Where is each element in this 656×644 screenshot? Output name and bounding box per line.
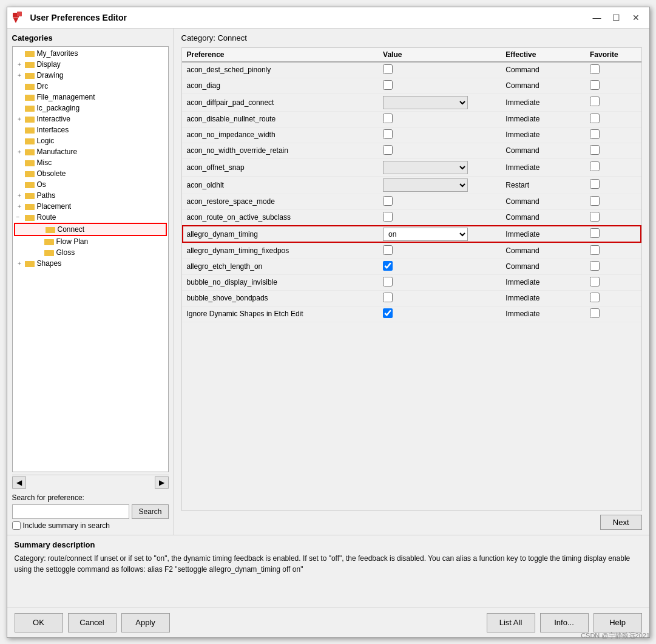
- pref-favorite[interactable]: [585, 127, 641, 143]
- pref-value[interactable]: [378, 209, 501, 225]
- pref-checkbox[interactable]: [383, 261, 393, 271]
- tree-item-ic-packaging[interactable]: Ic_packaging: [14, 103, 167, 114]
- ok-button[interactable]: OK: [15, 613, 63, 632]
- pref-checkbox[interactable]: [383, 196, 393, 206]
- pref-favorite[interactable]: [585, 274, 641, 290]
- pref-checkbox[interactable]: [383, 129, 393, 139]
- pref-dropdown[interactable]: [383, 161, 468, 174]
- favorite-checkbox[interactable]: [590, 64, 600, 74]
- favorite-checkbox[interactable]: [590, 80, 600, 90]
- cancel-button[interactable]: Cancel: [68, 613, 117, 632]
- pref-value[interactable]: [378, 194, 501, 209]
- tree-item-flow-plan[interactable]: Flow Plan: [14, 236, 167, 247]
- pref-favorite[interactable]: [585, 259, 641, 274]
- favorite-checkbox[interactable]: [590, 293, 600, 302]
- pref-value[interactable]: [378, 176, 501, 194]
- pref-checkbox[interactable]: [383, 293, 393, 302]
- tree-item-file-management[interactable]: File_management: [14, 92, 167, 103]
- pref-favorite[interactable]: [585, 158, 641, 176]
- pref-checkbox[interactable]: [383, 145, 393, 155]
- pref-favorite[interactable]: [585, 306, 641, 322]
- pref-value[interactable]: [378, 158, 501, 176]
- pref-value[interactable]: [378, 290, 501, 306]
- pref-favorite[interactable]: [585, 290, 641, 306]
- pref-value[interactable]: on: [378, 225, 501, 243]
- tree-item-shapes[interactable]: ＋ Shapes: [14, 258, 167, 269]
- pref-value[interactable]: [378, 127, 501, 143]
- search-input[interactable]: [12, 504, 130, 519]
- favorite-checkbox[interactable]: [590, 212, 600, 222]
- pref-value[interactable]: [378, 111, 501, 127]
- info-button[interactable]: Info...: [540, 613, 589, 632]
- favorite-checkbox[interactable]: [590, 196, 600, 206]
- pref-value[interactable]: [378, 274, 501, 290]
- tree-item-display[interactable]: ＋ Display: [14, 59, 167, 70]
- pref-favorite[interactable]: [585, 62, 641, 78]
- pref-checkbox[interactable]: [383, 64, 393, 74]
- tree-item-os[interactable]: Os: [14, 179, 167, 190]
- pref-dropdown[interactable]: on: [383, 228, 468, 241]
- pref-dropdown[interactable]: [383, 178, 468, 192]
- pref-value[interactable]: [378, 78, 501, 93]
- favorite-checkbox[interactable]: [590, 114, 600, 123]
- restore-button[interactable]: ☐: [608, 11, 625, 24]
- pref-favorite[interactable]: [585, 176, 641, 194]
- favorite-checkbox[interactable]: [590, 308, 600, 318]
- pref-favorite[interactable]: [585, 111, 641, 127]
- tree-item-paths[interactable]: ＋ Paths: [14, 190, 167, 201]
- tree-item-drawing[interactable]: ＋ Drawing: [14, 70, 167, 81]
- favorite-checkbox[interactable]: [590, 97, 600, 106]
- list-all-button[interactable]: List All: [487, 613, 535, 632]
- pref-checkbox[interactable]: [383, 277, 393, 286]
- pref-favorite[interactable]: [585, 225, 641, 243]
- tree-item-manufacture[interactable]: ＋ Manufacture: [14, 146, 167, 157]
- scroll-right-arrow[interactable]: ▶: [155, 476, 169, 489]
- apply-button[interactable]: Apply: [121, 613, 170, 632]
- scroll-left-arrow[interactable]: ◀: [12, 476, 26, 489]
- pref-checkbox[interactable]: [383, 212, 393, 222]
- pref-value[interactable]: [378, 259, 501, 274]
- favorite-checkbox[interactable]: [590, 277, 600, 286]
- search-button[interactable]: Search: [132, 504, 168, 519]
- tree-item-drc[interactable]: Drc: [14, 81, 167, 92]
- pref-favorite[interactable]: [585, 143, 641, 158]
- help-button[interactable]: Help: [593, 613, 642, 632]
- tree-item-interactive[interactable]: ＋ Interactive: [14, 114, 167, 124]
- minimize-button[interactable]: —: [589, 11, 606, 24]
- tree-item-connect[interactable]: Connect: [14, 223, 167, 236]
- tree-item-placement[interactable]: ＋ Placement: [14, 201, 167, 212]
- favorite-checkbox[interactable]: [590, 179, 600, 189]
- favorite-checkbox[interactable]: [590, 261, 600, 271]
- close-button[interactable]: ✕: [627, 11, 644, 24]
- pref-checkbox[interactable]: [383, 245, 393, 255]
- pref-value[interactable]: [378, 93, 501, 111]
- favorite-checkbox[interactable]: [590, 145, 600, 155]
- pref-value[interactable]: [378, 306, 501, 322]
- tree-item-my-favorites[interactable]: My_favorites: [14, 48, 167, 59]
- favorite-checkbox[interactable]: [590, 245, 600, 255]
- pref-favorite[interactable]: [585, 78, 641, 93]
- pref-favorite[interactable]: [585, 194, 641, 209]
- pref-dropdown[interactable]: [383, 96, 468, 109]
- tree-item-logic[interactable]: Logic: [14, 135, 167, 146]
- favorite-checkbox[interactable]: [590, 161, 600, 171]
- tree-item-misc[interactable]: Misc: [14, 157, 167, 168]
- favorite-checkbox[interactable]: [590, 228, 600, 238]
- include-summary-checkbox[interactable]: [12, 521, 21, 530]
- pref-favorite[interactable]: [585, 93, 641, 111]
- pref-checkbox[interactable]: [383, 80, 393, 90]
- pref-value[interactable]: [378, 243, 501, 259]
- pref-checkbox[interactable]: [383, 308, 393, 318]
- tree-item-interfaces[interactable]: Interfaces: [14, 124, 167, 135]
- next-button[interactable]: Next: [600, 515, 642, 530]
- pref-table-wrapper[interactable]: Preference Value Effective Favorite acon…: [181, 47, 642, 511]
- tree-item-obsolete[interactable]: Obsolete: [14, 168, 167, 179]
- tree-container[interactable]: My_favorites ＋ Display ＋ Drawing: [12, 46, 169, 472]
- tree-item-gloss[interactable]: Gloss: [14, 247, 167, 258]
- tree-item-route[interactable]: − Route: [14, 212, 167, 223]
- pref-checkbox[interactable]: [383, 114, 393, 123]
- pref-value[interactable]: [378, 62, 501, 78]
- pref-value[interactable]: [378, 143, 501, 158]
- pref-favorite[interactable]: [585, 243, 641, 259]
- favorite-checkbox[interactable]: [590, 129, 600, 139]
